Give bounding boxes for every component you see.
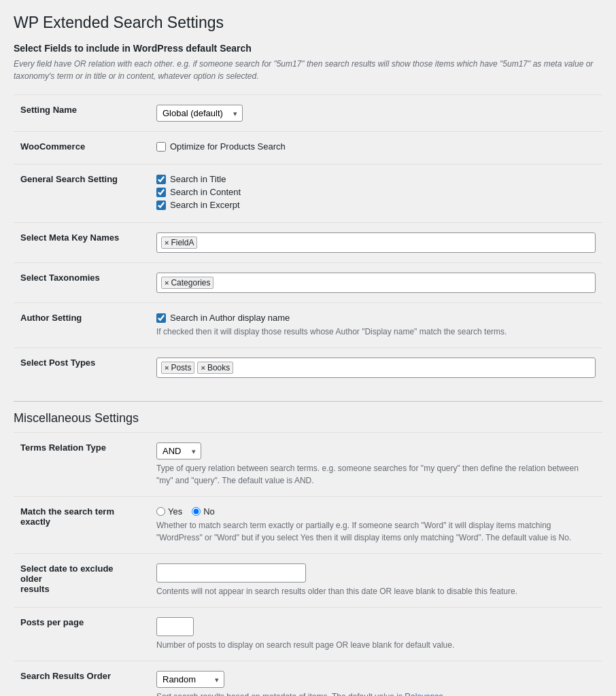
- terms-relation-select[interactable]: AND OR: [156, 442, 201, 459]
- author-checkbox-label: Search in Author display name: [170, 313, 290, 323]
- page-title: WP Extended Search Settings: [14, 14, 602, 32]
- terms-relation-row: Terms Relation Type AND OR Type of query…: [14, 433, 602, 497]
- woocommerce-label: WooCommerce: [14, 132, 150, 164]
- woocommerce-checkbox[interactable]: [156, 142, 166, 152]
- author-setting-row: Author Setting Search in Author display …: [14, 303, 602, 348]
- match-exact-no-radio[interactable]: [192, 507, 201, 516]
- post-type-tag-books: × Books: [197, 362, 233, 374]
- match-exact-yes-radio[interactable]: [156, 507, 165, 516]
- setting-name-select-wrapper: Global (default): [156, 105, 243, 122]
- posts-per-page-helper: Number of posts to display on search res…: [156, 639, 596, 651]
- general-search-label: General Search Setting: [14, 164, 150, 223]
- meta-key-tag: × FieldA: [161, 237, 197, 249]
- misc-settings-table: Terms Relation Type AND OR Type of query…: [14, 432, 602, 696]
- taxonomy-tag-label: Categories: [171, 278, 210, 288]
- search-content-checkbox[interactable]: [156, 188, 166, 197]
- post-type-books-remove[interactable]: ×: [201, 364, 205, 372]
- author-helper-text: If checked then it will display those re…: [156, 326, 596, 338]
- meta-key-tag-label: FieldA: [171, 238, 194, 247]
- author-setting-label: Author Setting: [14, 303, 150, 348]
- post-type-books-label: Books: [207, 363, 230, 372]
- relevance-link[interactable]: Relevance: [405, 692, 443, 696]
- taxonomies-input[interactable]: × Categories: [156, 273, 596, 293]
- woocommerce-checkbox-label: Optimize for Products Search: [170, 141, 286, 152]
- post-type-posts-label: Posts: [171, 363, 191, 372]
- meta-key-row: Select Meta Key Names × FieldA: [14, 223, 602, 263]
- fields-section-desc: Every field have OR relation with each o…: [14, 58, 602, 82]
- search-excerpt-label: Search in Excerpt: [170, 200, 240, 210]
- post-types-input[interactable]: × Posts × Books: [156, 358, 596, 378]
- setting-name-row: Setting Name Global (default): [14, 95, 602, 132]
- post-types-row: Select Post Types × Posts × Books: [14, 348, 602, 388]
- search-title-row: Search in Title: [156, 174, 596, 184]
- author-checkbox-row: Search in Author display name: [156, 313, 596, 323]
- post-types-label: Select Post Types: [14, 348, 150, 388]
- setting-name-label: Setting Name: [14, 95, 150, 132]
- exclude-date-row: Select date to exclude olderresults Cont…: [14, 554, 602, 608]
- posts-per-page-label: Posts per page: [14, 608, 150, 661]
- taxonomy-tag-remove[interactable]: ×: [165, 279, 169, 287]
- match-exact-label: Match the search term exactly: [14, 497, 150, 554]
- search-excerpt-checkbox[interactable]: [156, 201, 166, 210]
- search-title-label: Search in Title: [170, 174, 226, 184]
- taxonomies-row: Select Taxonomies × Categories: [14, 263, 602, 303]
- search-title-checkbox[interactable]: [156, 175, 166, 184]
- general-search-row: General Search Setting Search in Title S…: [14, 164, 602, 223]
- meta-key-input[interactable]: × FieldA: [156, 232, 596, 253]
- match-exact-yes-label: Yes: [156, 506, 182, 517]
- meta-key-label: Select Meta Key Names: [14, 223, 150, 263]
- search-order-helper: Sort search results based on metadata of…: [156, 691, 596, 696]
- exclude-date-input[interactable]: [156, 563, 306, 582]
- woocommerce-checkbox-row: Optimize for Products Search: [156, 141, 596, 152]
- author-checkbox[interactable]: [156, 313, 166, 323]
- terms-relation-label: Terms Relation Type: [14, 433, 150, 497]
- search-excerpt-row: Search in Excerpt: [156, 200, 596, 210]
- search-content-row: Search in Content: [156, 187, 596, 197]
- terms-relation-helper: Type of query relation between search te…: [156, 462, 596, 487]
- search-results-order-select[interactable]: Random Relevance Date: [156, 671, 224, 688]
- taxonomies-label: Select Taxonomies: [14, 263, 150, 303]
- match-exact-no-text: No: [203, 506, 215, 517]
- post-type-tag-posts: × Posts: [161, 362, 194, 374]
- setting-name-select[interactable]: Global (default): [156, 105, 243, 122]
- match-exact-helper: Whether to match search term exactly or …: [156, 519, 596, 544]
- search-results-order-label: Search Results Order: [14, 661, 150, 697]
- terms-relation-select-wrapper: AND OR: [156, 442, 201, 459]
- misc-section-title: Miscellaneous Settings: [14, 401, 602, 425]
- search-results-order-row: Search Results Order Random Relevance Da…: [14, 661, 602, 697]
- search-results-order-select-wrapper: Random Relevance Date: [156, 671, 224, 688]
- exclude-date-label: Select date to exclude olderresults: [14, 554, 150, 608]
- post-type-posts-remove[interactable]: ×: [165, 364, 169, 372]
- taxonomy-tag-categories: × Categories: [161, 277, 213, 289]
- exclude-date-helper: Contents will not appear in search resul…: [156, 585, 596, 597]
- meta-key-tag-remove[interactable]: ×: [165, 239, 169, 247]
- search-order-helper-suffix: .: [443, 692, 445, 696]
- match-exact-yes-text: Yes: [168, 506, 182, 517]
- posts-per-page-input[interactable]: [156, 617, 194, 636]
- match-exact-no-label: No: [192, 506, 215, 517]
- search-order-helper-prefix: Sort search results based on metadata of…: [156, 692, 405, 696]
- fields-section-title: Select Fields to include in WordPress de…: [14, 43, 602, 54]
- posts-per-page-row: Posts per page Number of posts to displa…: [14, 608, 602, 661]
- search-content-label: Search in Content: [170, 187, 241, 197]
- match-exact-radio-group: Yes No: [156, 506, 596, 517]
- settings-table: Setting Name Global (default) WooCommerc…: [14, 94, 602, 387]
- woocommerce-row: WooCommerce Optimize for Products Search: [14, 132, 602, 164]
- match-exact-row: Match the search term exactly Yes No Whe…: [14, 497, 602, 554]
